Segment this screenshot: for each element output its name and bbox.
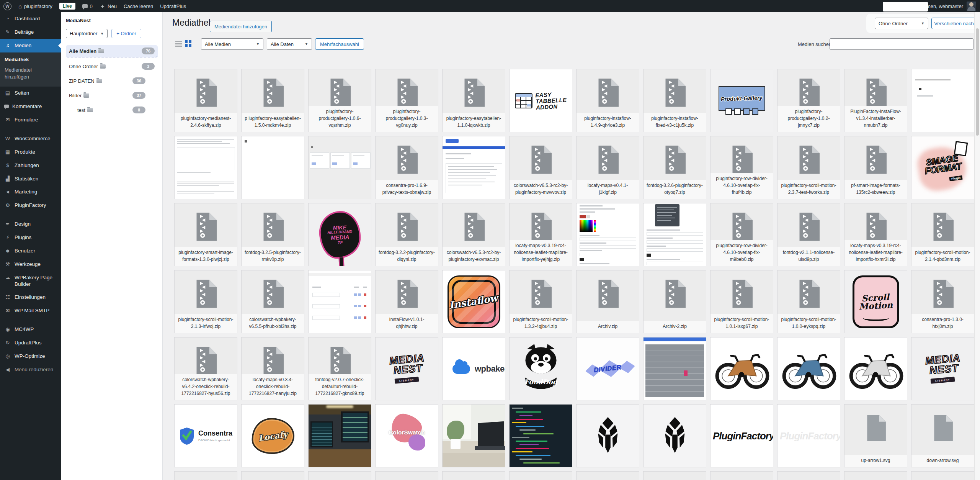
media-item[interactable] (844, 471, 907, 480)
media-item[interactable]: MIKEHILLEBRAND MEDIATF (308, 203, 371, 266)
media-item[interactable] (844, 337, 907, 400)
avatar[interactable] (967, 2, 976, 11)
media-item[interactable] (911, 69, 974, 132)
media-item[interactable]: consentra-pro-1.6.9-privacy-texts-obnajw… (375, 136, 438, 199)
media-item[interactable]: FondDog (509, 337, 572, 400)
sidebar-item-produkte[interactable]: ▦ Produkte (0, 146, 61, 159)
media-item[interactable] (241, 471, 304, 480)
media-item[interactable]: fontdog-3.2.2-pluginfactory-diqyni.zip (375, 203, 438, 266)
sidebar-item-updraftplus[interactable]: ↻ UpdraftPlus (0, 336, 61, 350)
media-item[interactable]: PluginFactory (777, 404, 840, 467)
media-item[interactable]: MEDIA NEST LIBRARY (911, 337, 974, 400)
submenu-item-mediathek[interactable]: Mediathek (0, 54, 61, 65)
bulk-select-button[interactable]: Mehrfachauswahl (315, 38, 364, 50)
media-item[interactable]: PluginFactory-InstaFlow-v1.3.4-installie… (844, 69, 907, 132)
media-item[interactable]: consentra-pro-1.3.0-htxj0m.zip (911, 270, 974, 333)
media-item[interactable]: p luginfactory-easytabellen-1.5.0-mdkm4e… (241, 69, 304, 132)
media-item[interactable]: colorswatch-wpbakery-v6.5.5-pfhub-xbi3hs… (241, 270, 304, 333)
parent-folder-select[interactable]: Hauptordner ▼ (66, 29, 108, 38)
sidebar-item-formulare[interactable]: ✉ Formulare (0, 113, 61, 127)
media-item[interactable]: Instaflow (442, 270, 505, 333)
sidebar-item-beitr-ge[interactable]: ✎ Beiträge (0, 26, 61, 39)
folder-item-zip-daten[interactable]: ZIP DATEN 36 (66, 75, 158, 87)
media-item[interactable]: pluginfactory-medianest-2.4.6-skffya.zip (174, 69, 237, 132)
new-content-menu[interactable]: ＋ Neu (96, 0, 120, 12)
media-item[interactable]: colorswatch-wpbakery-v6.4.2-oneclick-reb… (174, 337, 237, 400)
media-item[interactable]: pluginfactory-row-divider-4.6.10-overlap… (710, 136, 773, 199)
media-item[interactable] (643, 471, 706, 480)
media-item[interactable]: pluginfactory-scroll-motion-2.3.7-test-f… (777, 136, 840, 199)
live-badge[interactable]: Live (56, 0, 79, 12)
media-item[interactable]: pluginfactory-productgallery-1.0.3-vg0nu… (375, 69, 438, 132)
updraftplus-menu[interactable]: UpdraftPlus (157, 0, 189, 12)
folder-item-test[interactable]: test 0 (66, 104, 158, 116)
media-item[interactable] (710, 337, 773, 400)
media-item[interactable] (777, 337, 840, 400)
media-item[interactable]: fontdog-3.2.6-pluginfactory-otyoq7.zip (643, 136, 706, 199)
media-item[interactable]: fontdog-v2.1.1-nolicense-uisd9p.zip (777, 203, 840, 266)
media-item[interactable] (308, 404, 371, 467)
media-item[interactable]: up-arrow1.svg (844, 404, 907, 467)
sidebar-item-einstellungen[interactable]: ☷ Einstellungen (0, 291, 61, 304)
media-item[interactable]: pluginfactory-scroll-motion-1.3.2-4qjbu4… (509, 270, 572, 333)
sidebar-item-wp-optimize[interactable]: ◎ WP-Optimize (0, 350, 61, 363)
media-item[interactable]: pf-smart-image-formats-135rc2-sbweew.zip (844, 136, 907, 199)
media-item[interactable]: ScrollMotion (844, 270, 907, 333)
folder-item-ohne-ordner[interactable]: Ohne Ordner 3 (66, 61, 158, 72)
media-item[interactable]: Archiv-2.zip (643, 270, 706, 333)
media-item[interactable] (643, 404, 706, 467)
media-item[interactable] (442, 404, 505, 467)
media-item[interactable]: Archiv.zip (576, 270, 639, 333)
media-item[interactable] (643, 203, 706, 266)
media-item[interactable] (442, 471, 505, 480)
media-item[interactable]: pluginfactory-scroll-motion-1.0.1-isxg67… (710, 270, 773, 333)
media-item[interactable] (710, 471, 773, 480)
list-view-icon[interactable] (175, 41, 182, 47)
media-type-filter[interactable]: Alle Medien ▼ (201, 38, 263, 50)
media-item[interactable]: wpbakery (442, 337, 505, 400)
media-item[interactable]: fontdog-3.2.5-pluginfactory-rmkv0p.zip (241, 203, 304, 266)
sidebar-item-medien[interactable]: ♫ Medien (0, 39, 61, 52)
media-item[interactable]: pluginfactory-row-divider-4.6.10-overlap… (710, 203, 773, 266)
media-item[interactable]: MEDIA NEST LIBRARY (375, 337, 438, 400)
scrollbar[interactable] (974, 12, 980, 480)
cache-clear-menu[interactable]: Cache leeren (120, 0, 157, 12)
media-item[interactable] (777, 471, 840, 480)
submenu-item-mediendatei-hinzufuegen[interactable]: Mediendatei hinzufügen (0, 65, 49, 83)
media-item[interactable]: fontdog-v2.0.7-oneclick-defaulturl-rebui… (308, 337, 371, 400)
media-item[interactable] (308, 136, 371, 199)
sidebar-item-zahlungen[interactable]: $ Zahlungen (0, 159, 61, 172)
media-item[interactable]: pluginfactory-smart-image-formats-1.3.0-… (174, 203, 237, 266)
media-item[interactable] (241, 136, 304, 199)
sidebar-item-mc4wp[interactable]: ◉ MC4WP (0, 323, 61, 336)
media-item[interactable]: pluginfactory-scroll-motion-1.0.0-eykspq… (777, 270, 840, 333)
media-item[interactable]: locafy-maps-v0.3.19-rc4-nolicense-leafle… (509, 203, 572, 266)
media-item[interactable]: pluginfactory-easytabellen-1.1.0-iqxwkb.… (442, 69, 505, 132)
media-item[interactable] (643, 337, 706, 400)
media-item[interactable] (576, 471, 639, 480)
media-item[interactable]: Consentra DSGVO leicht gemacht (174, 404, 237, 467)
media-item[interactable]: locafy-maps-v0.3.19-rc4-nolicense-leafle… (844, 203, 907, 266)
sidebar-item-seiten[interactable]: ▤ Seiten (0, 87, 61, 100)
sidebar-item-wp-mail-smtp[interactable]: ✉ WP Mail SMTP (0, 304, 61, 318)
sidebar-item-men-reduzieren[interactable]: ◀ Menü reduzieren (0, 363, 61, 377)
sidebar-item-kommentare[interactable]: Kommentare (0, 100, 61, 113)
wp-logo-menu[interactable]: W (0, 0, 15, 12)
sidebar-item-benutzer[interactable]: ☻ Benutzer (0, 244, 61, 258)
sidebar-item-werkzeuge[interactable]: ⚒ Werkzeuge (0, 258, 61, 271)
media-item[interactable]: ColorSwatch (375, 404, 438, 467)
media-item[interactable] (442, 136, 505, 199)
target-folder-select[interactable]: Ohne Ordner ▼ (875, 18, 928, 29)
media-item[interactable] (308, 270, 371, 333)
media-item[interactable]: colorswatch-v6.5.3-rc2-by-pluginfactory-… (442, 203, 505, 266)
media-item[interactable] (174, 136, 237, 199)
media-item[interactable] (308, 471, 371, 480)
media-item[interactable]: Locafy (241, 404, 304, 467)
date-filter[interactable]: Alle Daten ▼ (267, 38, 312, 50)
add-folder-button[interactable]: + Ordner (111, 29, 141, 38)
media-item[interactable]: down-arrow.svg (911, 404, 974, 467)
site-menu[interactable]: ⌂ pluginfactory (15, 0, 56, 12)
move-to-button[interactable]: Verschieben nach (931, 18, 977, 29)
media-item[interactable]: colorswatch-v6.5.3-rc2-by-pluginfactory-… (509, 136, 572, 199)
sidebar-item-wpbakery-page-builder[interactable]: ☁ WPBakery Page Builder (0, 271, 61, 291)
